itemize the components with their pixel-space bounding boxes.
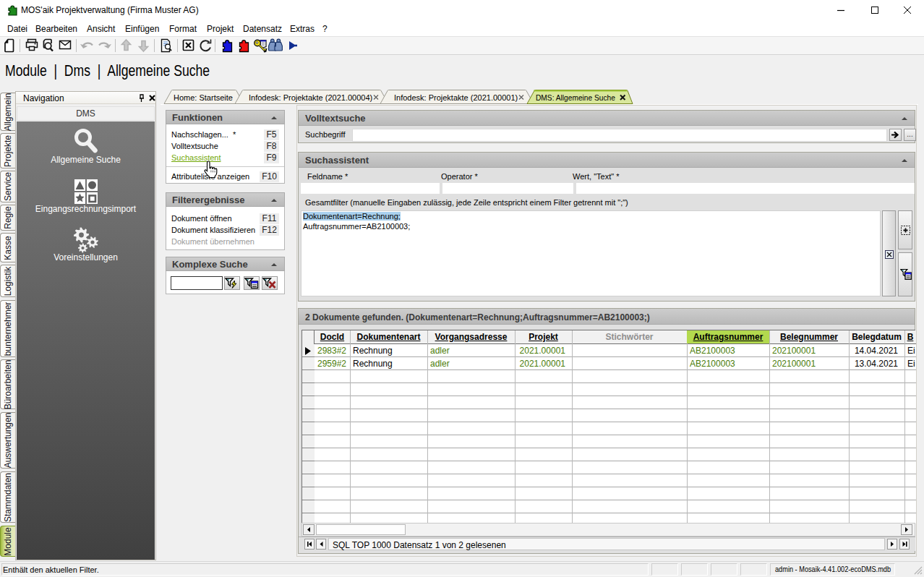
svg-text:Infodesk: Projektakte (2021.00: Infodesk: Projektakte (2021.00004) [249, 93, 372, 102]
svg-text:Infodesk: Projektakte (2021.00: Infodesk: Projektakte (2021.00001) [394, 93, 518, 102]
svg-text:DMS: Allgemeine Suche: DMS: Allgemeine Suche [536, 94, 615, 102]
svg-text:Home: Startseite: Home: Startseite [174, 93, 233, 102]
